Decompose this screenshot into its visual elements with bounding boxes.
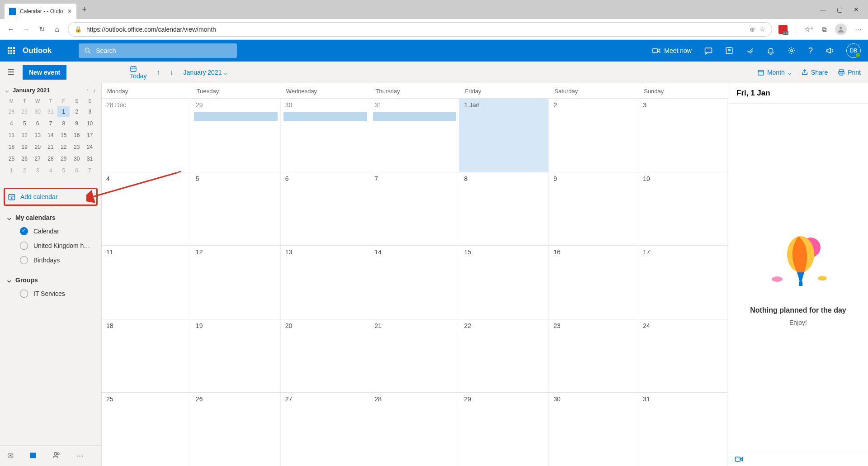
back-icon[interactable]: ← (6, 25, 15, 33)
agenda-footer[interactable] (728, 452, 868, 466)
mini-day-cell[interactable]: 31 (45, 106, 57, 117)
day-cell[interactable]: 30 (549, 392, 638, 466)
more-modules-icon[interactable]: ⋯ (76, 451, 84, 461)
mini-day-cell[interactable]: 11 (5, 130, 18, 141)
day-cell[interactable]: 6 (281, 172, 370, 246)
event-block[interactable] (283, 112, 367, 121)
event-block[interactable] (194, 112, 278, 121)
mini-day-cell[interactable]: 9 (71, 118, 83, 129)
day-cell[interactable]: 28 Dec (102, 98, 191, 172)
meet-now-button[interactable]: Meet now (652, 47, 692, 54)
mini-day-cell[interactable]: 8 (57, 118, 70, 129)
browser-tab[interactable]: Calendar - - Outlo ✕ (5, 4, 76, 19)
address-bar[interactable]: 🔒 https://outlook.office.com/calendar/vi… (68, 22, 772, 37)
search-box[interactable] (79, 43, 237, 58)
day-cell[interactable]: 23 (549, 319, 638, 393)
day-cell[interactable]: 16 (549, 245, 638, 319)
mini-day-cell[interactable]: 24 (84, 142, 96, 152)
day-cell[interactable]: 22 (459, 319, 549, 393)
refresh-icon[interactable]: ↻ (37, 25, 46, 33)
mini-day-cell[interactable]: 6 (71, 165, 83, 176)
mini-day-cell[interactable]: 6 (32, 118, 44, 129)
day-cell[interactable]: 17 (638, 245, 728, 319)
mini-day-cell[interactable]: 22 (57, 142, 70, 152)
close-tab-icon[interactable]: ✕ (67, 8, 72, 14)
calendar-checkbox[interactable] (20, 290, 28, 298)
day-cell[interactable]: 14 (370, 245, 460, 319)
day-cell[interactable]: 28 (370, 392, 460, 466)
calendar-checkbox[interactable] (20, 242, 28, 250)
day-cell[interactable]: 21 (370, 319, 460, 393)
calendar-item[interactable]: United Kingdom holid... (7, 238, 94, 253)
notes-icon[interactable] (725, 47, 733, 55)
groups-toggle[interactable]: ⌵ Groups (7, 276, 94, 284)
mini-day-cell[interactable]: 17 (84, 130, 96, 141)
mini-day-cell[interactable]: 23 (71, 142, 83, 152)
mini-day-cell[interactable]: 18 (5, 142, 18, 152)
day-cell[interactable]: 26 (191, 392, 281, 466)
home-icon[interactable]: ⌂ (52, 25, 61, 33)
more-icon[interactable]: ⋯ (855, 25, 862, 33)
day-cell[interactable]: 8 (459, 172, 549, 246)
mail-icon[interactable]: ✉ (7, 451, 14, 461)
hamburger-icon[interactable]: ☰ (7, 67, 23, 77)
mini-day-cell[interactable]: 1 (5, 165, 18, 176)
calendar-checkbox[interactable] (20, 227, 28, 235)
mini-day-cell[interactable]: 25 (5, 153, 18, 164)
day-cell[interactable]: 1 Jan (459, 98, 549, 172)
my-calendars-toggle[interactable]: ⌵ My calendars (7, 214, 94, 221)
todo-icon[interactable] (746, 47, 754, 55)
day-cell[interactable]: 31 (638, 392, 728, 466)
mini-day-cell[interactable]: 29 (19, 106, 31, 117)
day-cell[interactable]: 15 (459, 245, 549, 319)
day-cell[interactable]: 13 (281, 245, 370, 319)
mini-day-cell[interactable]: 10 (84, 118, 96, 129)
add-calendar-button[interactable]: Add calendar (4, 188, 98, 206)
share-button[interactable]: Share (801, 69, 828, 76)
day-cell[interactable]: 4 (102, 172, 191, 246)
new-tab-button[interactable]: + (82, 5, 87, 14)
day-cell[interactable]: 10 (638, 172, 728, 246)
mini-day-cell[interactable]: 4 (45, 165, 57, 176)
mini-day-cell[interactable]: 31 (84, 153, 96, 164)
collections-icon[interactable]: ⧉ (822, 25, 827, 33)
mini-day-cell[interactable]: 3 (84, 106, 96, 117)
search-input[interactable] (96, 47, 231, 54)
bell-icon[interactable] (767, 47, 775, 55)
day-cell[interactable]: 2 (549, 98, 638, 172)
day-cell[interactable]: 29 (191, 98, 281, 172)
brand-label[interactable]: Outlook (23, 46, 79, 55)
day-cell[interactable]: 29 (459, 392, 549, 466)
calendar-checkbox[interactable] (20, 256, 28, 264)
new-event-button[interactable]: New event (23, 65, 66, 80)
profile-avatar[interactable] (835, 24, 847, 35)
calendar-module-icon[interactable] (29, 451, 37, 461)
mini-day-cell[interactable]: 5 (57, 165, 70, 176)
minimize-icon[interactable]: ― (820, 6, 826, 13)
user-avatar[interactable]: DB (846, 43, 861, 58)
day-cell[interactable]: 24 (638, 319, 728, 393)
chat-icon[interactable] (704, 47, 712, 55)
mini-day-cell[interactable]: 13 (32, 130, 44, 141)
mini-day-cell[interactable]: 7 (84, 165, 96, 176)
day-cell[interactable]: 31 (370, 98, 460, 172)
day-cell[interactable]: 19 (191, 319, 281, 393)
megaphone-icon[interactable] (826, 47, 834, 55)
mini-day-cell[interactable]: 3 (32, 165, 44, 176)
calendar-item[interactable]: Calendar (7, 224, 94, 238)
mini-day-cell[interactable]: 20 (32, 142, 44, 152)
calendar-item[interactable]: Birthdays (7, 253, 94, 267)
day-cell[interactable]: 5 (191, 172, 281, 246)
mini-day-cell[interactable]: 1 (57, 106, 70, 117)
mini-day-cell[interactable]: 2 (19, 165, 31, 176)
mini-day-cell[interactable]: 26 (19, 153, 31, 164)
mini-day-cell[interactable]: 30 (71, 153, 83, 164)
day-cell[interactable]: 20 (281, 319, 370, 393)
mini-day-cell[interactable]: 28 (5, 106, 18, 117)
calendar-item[interactable]: IT Services (7, 286, 94, 301)
day-cell[interactable]: 9 (549, 172, 638, 246)
day-cell[interactable]: 27 (281, 392, 370, 466)
mini-day-cell[interactable]: 5 (19, 118, 31, 129)
mini-day-cell[interactable]: 30 (32, 106, 44, 117)
mini-day-cell[interactable]: 27 (32, 153, 44, 164)
